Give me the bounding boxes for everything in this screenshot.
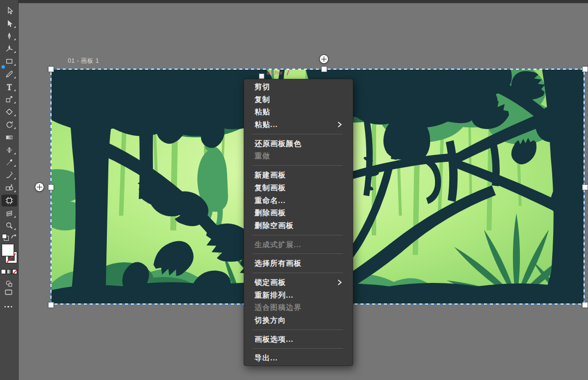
menu-item[interactable]: 删除画板: [244, 206, 353, 219]
paint-style-row: [0, 269, 19, 275]
flyout-tick-icon: [14, 114, 16, 116]
flyout-tick-icon: [14, 152, 16, 154]
eraser-tool[interactable]: [0, 105, 19, 118]
none-button[interactable]: [12, 269, 17, 274]
pencil-tool[interactable]: [0, 68, 19, 80]
handle-middle-left[interactable]: [48, 184, 54, 190]
flyout-tick-icon: [14, 64, 16, 66]
rectangle-icon: [5, 57, 13, 65]
flyout-tick-icon: [14, 127, 16, 129]
anchor-point-handle[interactable]: [259, 74, 264, 79]
slice-tool[interactable]: [0, 207, 19, 220]
menu-item[interactable]: 新建画板: [244, 169, 353, 181]
flyout-tick-icon: [14, 51, 16, 53]
selection-tool[interactable]: [0, 17, 19, 30]
shape-builder-tool[interactable]: [0, 181, 19, 194]
handle-bottom-right[interactable]: [582, 302, 588, 308]
menu-item[interactable]: 还原画板颜色: [244, 137, 353, 150]
drawing-mode-icon: [5, 279, 13, 287]
fill-color-swatch[interactable]: [1, 244, 14, 256]
menu-item: 生成式扩展...: [244, 238, 353, 251]
symbol-sprayer-icon: [5, 171, 13, 179]
crosshair-plus-icon: [319, 54, 329, 64]
zoom-tool[interactable]: [0, 220, 19, 232]
menu-item[interactable]: 导出...: [244, 352, 353, 364]
menu-separator: [253, 134, 343, 134]
submenu-arrow-icon: [337, 279, 342, 286]
screen-mode-button[interactable]: [4, 288, 13, 298]
color-button[interactable]: [1, 269, 6, 274]
new-feature-dot: [1, 65, 5, 69]
selection-icon: [5, 20, 13, 27]
tools-panel: [0, 0, 19, 380]
zoom-icon: [5, 222, 13, 229]
free-transform-tool[interactable]: [0, 93, 19, 106]
flyout-tick-icon: [14, 177, 16, 179]
width-tool[interactable]: [0, 144, 19, 156]
menu-item[interactable]: 剪切: [244, 80, 353, 93]
shape-builder-icon: [5, 184, 13, 192]
flyout-tick-icon: [14, 26, 16, 28]
type-tool[interactable]: [0, 80, 19, 93]
menu-separator: [253, 165, 343, 166]
menu-separator: [253, 329, 343, 330]
flyout-tick-icon: [14, 165, 16, 167]
menu-item[interactable]: 重命名...: [244, 194, 353, 207]
menu-item[interactable]: 粘贴...: [244, 118, 353, 131]
menu-separator: [253, 348, 343, 349]
pen-icon: [5, 32, 13, 40]
flyout-tick-icon: [14, 190, 16, 192]
flyout-tick-icon: [14, 89, 16, 91]
artboard-title[interactable]: 01 - 画板 1: [68, 57, 99, 65]
free-transform-icon: [5, 95, 13, 103]
pencil-icon: [5, 70, 13, 78]
menu-item: 适合图稿边界: [244, 301, 353, 314]
default-fill-stroke-button[interactable]: [2, 234, 9, 241]
pen-tool[interactable]: [0, 30, 19, 43]
swap-fill-stroke-button[interactable]: [11, 233, 17, 242]
menu-item[interactable]: 画板选项...: [244, 333, 353, 346]
context-menu: 剪切复制粘贴粘贴...还原画板颜色重做新建画板复制画板重命名...删除画板删除空…: [244, 79, 353, 366]
symbol-sprayer-tool[interactable]: [0, 169, 19, 181]
eyedropper-tool[interactable]: [0, 156, 19, 169]
handle-top-left[interactable]: [48, 66, 54, 72]
menu-separator: [253, 253, 343, 254]
handle-bottom-left[interactable]: [48, 302, 54, 308]
tool-list: [0, 4, 18, 232]
window-top-strip: [0, 0, 588, 3]
direct-selection-tool[interactable]: [0, 4, 19, 17]
illustrator-window: { "colors": { "canvas_bg": "#767676", "t…: [0, 0, 588, 380]
eraser-icon: [5, 108, 13, 116]
menu-separator: [253, 273, 343, 273]
width-icon: [5, 146, 13, 154]
menu-item[interactable]: 复制画板: [244, 181, 353, 194]
handle-middle-right[interactable]: [582, 184, 588, 190]
handle-top-right[interactable]: [582, 66, 588, 72]
screen-mode-icon: [4, 288, 13, 296]
swap-arrow-icon: [11, 234, 17, 240]
rotate-view-icon: [5, 121, 13, 128]
gradient-tool[interactable]: [0, 131, 19, 144]
menu-item[interactable]: 删除空画板: [244, 219, 353, 232]
gradient-button[interactable]: [7, 269, 12, 274]
flyout-tick-icon: [14, 228, 16, 230]
anchor-label: anchor: [267, 70, 282, 76]
menu-item: 重做: [244, 150, 353, 162]
drawing-modes-button[interactable]: [5, 279, 13, 289]
menu-item[interactable]: 选择所有画板: [244, 257, 353, 270]
edit-toolbar-button[interactable]: [4, 306, 14, 308]
rotate-view-tool[interactable]: [0, 118, 19, 131]
curvature-tool[interactable]: [0, 42, 19, 55]
menu-item[interactable]: 粘贴: [244, 105, 353, 118]
menu-item[interactable]: 切换方向: [244, 314, 353, 327]
menu-item[interactable]: 复制: [244, 93, 353, 106]
curvature-icon: [5, 45, 13, 52]
menu-item[interactable]: 重新排列...: [244, 289, 353, 302]
submenu-arrow-icon: [337, 121, 342, 128]
crosshair-plus-icon: [35, 182, 44, 192]
gradient-icon: [5, 133, 13, 141]
handle-top-center[interactable]: [321, 66, 327, 72]
type-icon: [5, 83, 13, 91]
artboard-tool[interactable]: [0, 194, 19, 207]
menu-item[interactable]: 锁定画板: [244, 276, 353, 289]
